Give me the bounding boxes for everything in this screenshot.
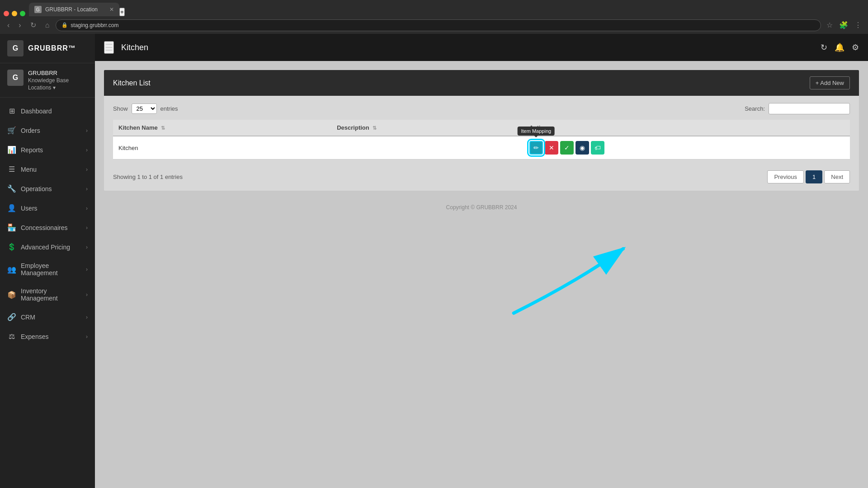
copyright: Copyright © GRUBBRR 2024: [104, 200, 859, 215]
minimize-traffic-light[interactable]: [12, 11, 17, 16]
active-tab[interactable]: G GRUBBRR - Location ✕: [29, 3, 119, 16]
panel-header: Kitchen List + Add New: [104, 70, 859, 96]
main-area: ☰ Kitchen ↻ 🔔 ⚙ Kitchen List + Add New: [95, 34, 868, 488]
toolbar-actions: ☆ 🧩 ⋮: [825, 19, 863, 31]
menu-icon: ☰: [7, 165, 16, 174]
chevron-right-icon: ›: [86, 186, 88, 192]
browser-refresh-button[interactable]: ↻: [28, 19, 39, 31]
app-layout: G GRUBBRR™ G GRUBBRR Knowledge Base Loca…: [0, 34, 868, 488]
sidebar-item-reports[interactable]: 📊 Reports ›: [0, 140, 95, 160]
darkblue-action-button[interactable]: ◉: [576, 141, 589, 155]
browser-back-button[interactable]: ‹: [5, 19, 12, 31]
chevron-right-icon: ›: [86, 205, 88, 211]
delete-button[interactable]: ✕: [545, 141, 558, 155]
tab-favicon: G: [34, 6, 42, 13]
browser-menu-button[interactable]: ⋮: [853, 19, 863, 31]
entries-select[interactable]: 25 10 50 100: [132, 103, 157, 114]
item-mapping-container: Item Mapping ✏: [529, 141, 543, 155]
chevron-right-icon: ›: [86, 314, 88, 320]
panel-body: Show 25 10 50 100 entries Search:: [104, 96, 859, 191]
refresh-button[interactable]: ↻: [821, 42, 827, 52]
profile-name: GRUBBRR: [28, 70, 69, 76]
sidebar-profile: G GRUBBRR Knowledge Base Locations ▾: [0, 63, 95, 98]
topbar-title: Kitchen: [121, 43, 813, 52]
teal-action-button[interactable]: 🏷: [591, 141, 604, 155]
next-button[interactable]: Next: [824, 170, 850, 183]
sidebar-item-label: Concessionaires: [21, 224, 81, 231]
browser-toolbar: ‹ › ↻ ⌂ 🔒 staging.grubbrr.com ☆ 🧩 ⋮: [0, 16, 868, 34]
url-text: staging.grubbrr.com: [71, 22, 118, 28]
browser-home-button[interactable]: ⌂: [42, 19, 52, 31]
reports-icon: 📊: [7, 145, 16, 154]
dashboard-icon: ⊞: [7, 107, 16, 115]
chevron-down-icon: ▾: [53, 84, 56, 91]
browser-extensions-button[interactable]: 🧩: [837, 19, 850, 31]
page-1-button[interactable]: 1: [806, 170, 822, 183]
sidebar-item-users[interactable]: 👤 Users ›: [0, 198, 95, 218]
edit-button[interactable]: ✏: [529, 141, 543, 155]
col-kitchen-name[interactable]: Kitchen Name ⇅: [113, 120, 331, 136]
show-label: Show: [113, 105, 128, 112]
advanced-pricing-icon: 💲: [7, 243, 16, 251]
col-description[interactable]: Description ⇅: [331, 120, 524, 136]
profile-subtitle: Knowledge Base: [28, 77, 69, 84]
profile-location[interactable]: Locations ▾: [28, 84, 69, 91]
sidebar-item-label: Expenses: [21, 333, 81, 340]
sidebar-item-operations[interactable]: 🔧 Operations ›: [0, 179, 95, 198]
hamburger-menu-button[interactable]: ☰: [104, 41, 114, 54]
chevron-right-icon: ›: [86, 333, 88, 340]
employee-management-icon: 👥: [7, 265, 16, 274]
search-input[interactable]: [769, 103, 850, 114]
browser-forward-button[interactable]: ›: [16, 19, 24, 31]
entries-label: entries: [160, 105, 178, 112]
settings-button[interactable]: ⚙: [852, 42, 859, 52]
expenses-icon: ⚖: [7, 332, 16, 341]
chevron-right-icon: ›: [86, 266, 88, 272]
orders-icon: 🛒: [7, 126, 16, 135]
browser-star-button[interactable]: ☆: [825, 19, 835, 31]
table-header: Kitchen Name ⇅ Description ⇅ Action: [113, 120, 850, 136]
address-bar[interactable]: 🔒 staging.grubbrr.com: [56, 19, 821, 31]
content-area: Kitchen List + Add New Show 25 10 50 100: [95, 61, 868, 488]
sidebar-item-label: Orders: [21, 127, 81, 134]
chevron-right-icon: ›: [86, 166, 88, 173]
tab-close-button[interactable]: ✕: [109, 6, 114, 13]
sort-icon: ⇅: [161, 125, 165, 131]
sidebar-item-crm[interactable]: 🔗 CRM ›: [0, 307, 95, 327]
previous-button[interactable]: Previous: [767, 170, 804, 183]
traffic-lights: [4, 11, 25, 16]
kitchen-name-cell: Kitchen: [113, 136, 331, 160]
sidebar-nav: ⊞ Dashboard 🛒 Orders › 📊 Reports › ☰ Men…: [0, 98, 95, 488]
sort-icon: ⇅: [373, 125, 377, 131]
new-tab-button[interactable]: +: [119, 8, 125, 16]
browser-tabs: G GRUBBRR - Location ✕ +: [0, 0, 868, 16]
close-traffic-light[interactable]: [4, 11, 9, 16]
search-control: Search:: [745, 103, 850, 114]
concessionaires-icon: 🏪: [7, 223, 16, 232]
table-showing-info: Showing 1 to 1 of 1 entries: [113, 174, 183, 180]
sidebar-item-label: Inventory Management: [21, 287, 81, 302]
sidebar-item-employee-management[interactable]: 👥 Employee Management ›: [0, 257, 95, 282]
chevron-right-icon: ›: [86, 291, 88, 298]
description-cell: [331, 136, 524, 160]
green-action-button[interactable]: ✓: [560, 141, 574, 155]
sidebar-item-menu[interactable]: ☰ Menu ›: [0, 160, 95, 179]
sidebar-item-label: Operations: [21, 185, 81, 192]
sidebar-item-expenses[interactable]: ⚖ Expenses ›: [0, 327, 95, 346]
sidebar-item-label: Employee Management: [21, 262, 81, 277]
users-icon: 👤: [7, 204, 16, 212]
logo-text: GRUBBRR™: [28, 44, 76, 52]
sidebar-item-dashboard[interactable]: ⊞ Dashboard: [0, 101, 95, 121]
add-new-button[interactable]: + Add New: [810, 76, 850, 89]
action-buttons: Item Mapping ✏ ✕ ✓ ◉ 🏷: [529, 141, 844, 155]
sidebar-item-advanced-pricing[interactable]: 💲 Advanced Pricing ›: [0, 237, 95, 257]
bell-button[interactable]: 🔔: [835, 42, 844, 52]
lock-icon: 🔒: [61, 22, 68, 28]
show-entries-control: Show 25 10 50 100 entries: [113, 103, 178, 114]
sidebar-item-inventory-management[interactable]: 📦 Inventory Management ›: [0, 282, 95, 307]
kitchen-list-panel: Kitchen List + Add New Show 25 10 50 100: [104, 70, 859, 191]
sidebar-item-orders[interactable]: 🛒 Orders ›: [0, 121, 95, 140]
maximize-traffic-light[interactable]: [20, 11, 25, 16]
chevron-right-icon: ›: [86, 147, 88, 153]
sidebar-item-concessionaires[interactable]: 🏪 Concessionaires ›: [0, 218, 95, 237]
